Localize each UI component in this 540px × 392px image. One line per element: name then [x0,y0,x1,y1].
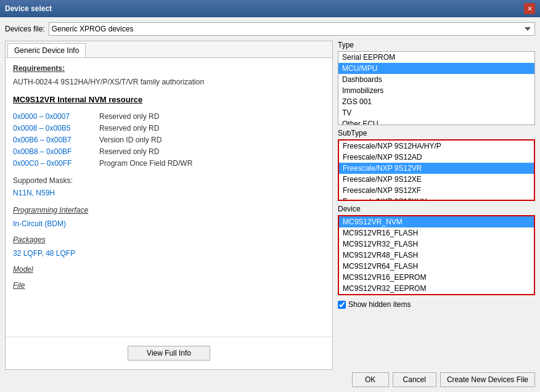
device-list-item[interactable]: MC9S12VR64_FLASH [339,261,534,272]
device-list[interactable]: MC9S12VR_NVMMC9S12VR16_FLASHMC9S12VR32_F… [338,215,535,295]
prog-title: Programming Interface [13,205,325,216]
title-bar-text: Device select [5,4,52,13]
bottom-buttons: OK Cancel Create New Devices File [5,372,535,387]
mem-addr: 0x0000 – 0x0007 [13,111,99,122]
auth-text: AUTH-0024-4 9S12HA/HY/P/XS/T/VR family a… [13,76,325,88]
subtype-list-item[interactable]: Freescale/NXP 9S12HA/HY/P [339,141,534,152]
type-list-item[interactable]: Dashboards [338,74,534,85]
subtype-list[interactable]: Freescale/NXP 9S12HA/HY/PFreescale/NXP 9… [338,139,535,201]
show-hidden-text: Show hidden items [348,300,411,309]
type-list-item[interactable]: Other ECU [338,118,534,125]
type-section: Type Serial EEPROMMCU/MPUDashboardsImmob… [338,41,535,125]
tab-bar: Generic Device Info [6,41,332,58]
mem-addr: 0x00B6 – 0x00B7 [13,134,99,145]
mem-addr: 0x0008 – 0x00B5 [13,123,99,134]
info-content: Requirements: AUTH-0024-4 9S12HA/HY/P/XS… [6,58,332,337]
mem-addr: 0x00B8 – 0x00BF [13,146,99,157]
title-bar: Device select ✕ [0,0,540,17]
file-title: File [13,280,325,291]
requirements-heading: Requirements: [13,63,325,74]
show-hidden-row: Show hidden items [338,300,535,309]
subtype-list-item[interactable]: Freescale/NXP 9S12XF [339,185,534,196]
device-list-item[interactable]: MC9S12VR16_EEPROM [339,272,534,283]
subtype-list-item[interactable]: Freescale/NXP 9S12AD [339,152,534,163]
subtype-list-item[interactable]: Freescale/NXP 9S12VR [339,163,534,174]
subtype-label: SubType [338,129,535,137]
mem-row: 0x0000 – 0x0007Reserved only RD [13,111,325,122]
type-list-item[interactable]: TV [338,107,534,118]
mem-desc: Reserved only RD [99,111,325,122]
mem-addr: 0x00C0 – 0x00FF [13,158,99,169]
device-list-item[interactable]: MC9S12VR_NVM [339,216,534,227]
packages-value: 32 LQFP, 48 LQFP [13,248,325,259]
type-list-item[interactable]: Serial EEPROM [338,52,534,63]
close-button[interactable]: ✕ [524,3,535,14]
type-label: Type [338,41,535,49]
packages-title: Packages [13,234,325,245]
type-list[interactable]: Serial EEPROMMCU/MPUDashboardsImmobilize… [338,51,535,125]
masks-values: N11N, N59H [13,187,325,198]
mem-row: 0x00B6 – 0x00B7Version ID only RD [13,134,325,145]
type-list-item[interactable]: ZGS 001 [338,96,534,107]
show-hidden-label[interactable]: Show hidden items [338,300,411,309]
devices-file-row: Devices file: Generic XPROG devices [5,22,535,36]
supported-masks: Supported Masks: N11N, N59H [13,175,325,198]
create-new-devices-button[interactable]: Create New Devices File [440,372,535,387]
type-list-item[interactable]: Immobilizers [338,85,534,96]
device-list-item[interactable]: MC9S12VR48_FLASH [339,250,534,261]
subtype-list-item[interactable]: Freescale/NXP 9S12XHY [339,196,534,201]
device-section: Device MC9S12VR_NVMMC9S12VR16_FLASHMC9S1… [338,205,535,295]
device-list-item[interactable]: MC9S12VR16_FLASH [339,227,534,239]
content-area: Generic Device Info Requirements: AUTH-0… [5,41,535,370]
view-full-btn-container: View Full Info [6,337,332,369]
device-list-item[interactable]: MC9S12VR32_FLASH [339,239,534,250]
cancel-button[interactable]: Cancel [393,372,436,387]
subtype-section: SubType Freescale/NXP 9S12HA/HY/PFreesca… [338,129,535,201]
device-list-item[interactable]: MC9S12VR32_EEPROM [339,283,534,294]
device-list-item[interactable]: MC9S12VR48_EEPROM [339,294,534,295]
model-title: Model [13,264,325,275]
mem-table: 0x0000 – 0x0007Reserved only RD0x0008 – … [13,111,325,169]
prog-value: In-Circuit (BDM) [13,218,325,229]
file-section: File [13,280,325,291]
devices-file-select[interactable]: Generic XPROG devices [49,22,535,36]
packages-section: Packages 32 LQFP, 48 LQFP [13,234,325,259]
mem-desc: Version ID only RD [99,134,325,145]
right-panel: Type Serial EEPROMMCU/MPUDashboardsImmob… [338,41,535,370]
mem-desc: Reserved only RD [99,146,325,157]
mem-desc: Reserved only RD [99,123,325,134]
mem-desc: Program Once Field RD/WR [99,158,325,169]
mem-row: 0x00C0 – 0x00FFProgram Once Field RD/WR [13,158,325,169]
device-label: Device [338,205,535,213]
mem-row: 0x00B8 – 0x00BFReserved only RD [13,146,325,157]
masks-label: Supported Masks: [13,175,325,186]
subtype-list-item[interactable]: Freescale/NXP 9S12XE [339,174,534,185]
nvm-title: MC9S12VR Internal NVM resource [13,94,325,106]
ok-button[interactable]: OK [352,372,389,387]
show-hidden-checkbox[interactable] [338,301,346,309]
mem-row: 0x0008 – 0x00B5Reserved only RD [13,123,325,134]
devices-file-label: Devices file: [5,25,45,33]
type-list-item[interactable]: MCU/MPU [338,63,534,74]
model-section: Model [13,264,325,275]
programming-interface: Programming Interface In-Circuit (BDM) [13,205,325,229]
tab-generic-device-info[interactable]: Generic Device Info [7,43,86,57]
view-full-info-button[interactable]: View Full Info [128,346,210,361]
left-panel: Generic Device Info Requirements: AUTH-0… [5,41,333,370]
main-container: Devices file: Generic XPROG devices Gene… [0,17,540,392]
